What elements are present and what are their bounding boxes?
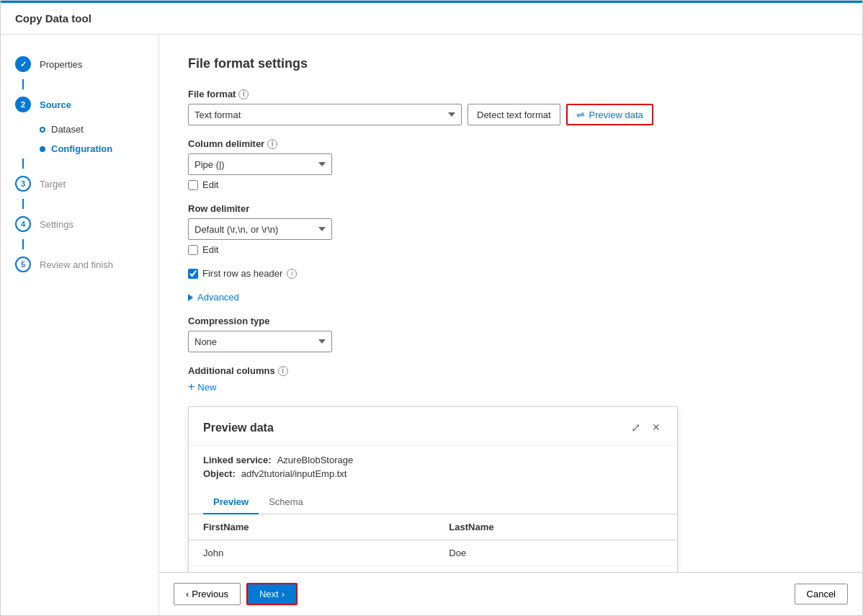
preview-panel-title: Preview data (203, 421, 274, 434)
preview-table-body: John Doe Jane Doe (189, 540, 677, 573)
linked-service-value: AzureBlobStorage (277, 455, 354, 465)
compression-type-group: Compression type None GZip BZip2 (188, 316, 833, 352)
sidebar-item-source[interactable]: 2 Source (1, 89, 158, 120)
sidebar: ✓ Properties 2 Source Dataset Configurat… (1, 35, 159, 615)
column-delimiter-edit-row: Edit (188, 179, 833, 190)
plus-icon: + (188, 380, 194, 393)
table-header-row: FirstName LastName (189, 514, 677, 540)
compression-type-label: Compression type (188, 316, 833, 326)
chevron-right-icon: › (282, 589, 285, 599)
additional-columns-group: Additional columns i + New (188, 365, 833, 393)
sidebar-label-properties: Properties (40, 59, 82, 70)
detect-text-format-button[interactable]: Detect text format (468, 104, 560, 125)
bottom-left-buttons: ‹ Previous Next › (174, 583, 298, 605)
preview-table: FirstName LastName John Doe Jane Doe (189, 514, 677, 572)
preview-tabs: Preview Schema (189, 491, 677, 514)
sidebar-label-configuration: Configuration (51, 143, 112, 154)
cell-jane-first: Jane (189, 566, 434, 573)
previous-button[interactable]: ‹ Previous (174, 583, 241, 605)
file-format-select[interactable]: Text format Binary format JSON format (188, 104, 462, 125)
column-delimiter-info-icon[interactable]: i (267, 139, 277, 149)
next-button[interactable]: Next › (246, 583, 298, 605)
advanced-triangle-icon (188, 294, 193, 301)
preview-expand-button[interactable]: ⤢ (628, 419, 643, 437)
file-format-info-icon[interactable]: i (238, 89, 249, 99)
preview-icon: ⇌ (576, 109, 585, 120)
page-title: File format settings (188, 56, 833, 71)
top-bar: Copy Data tool (1, 3, 862, 35)
sidebar-item-target[interactable]: 3 Target (1, 169, 158, 199)
object-value: adfv2tutorial/inputEmp.txt (241, 468, 347, 479)
additional-columns-info-icon[interactable]: i (278, 366, 288, 376)
sidebar-item-properties[interactable]: ✓ Properties (1, 49, 158, 79)
column-delimiter-group: Column delimiter i Pipe (|) Comma (,) Ta… (188, 138, 833, 190)
sidebar-label-source: Source (40, 99, 71, 110)
step-circle-properties: ✓ (15, 56, 31, 72)
preview-linked-service-row: Linked service: AzureBlobStorage (203, 455, 663, 465)
sidebar-item-settings[interactable]: 4 Settings (1, 209, 158, 239)
first-row-header-row: First row as header i (188, 268, 833, 279)
step-circle-review: 5 (15, 256, 31, 272)
file-format-label: File format i (188, 89, 833, 99)
step-circle-source: 2 (15, 97, 31, 112)
content-area: File format settings File format i Text … (159, 35, 862, 615)
tab-schema[interactable]: Schema (259, 491, 313, 514)
row-delimiter-select[interactable]: Default (\r,\n, or \r\n) \r\n \n \r (188, 218, 332, 240)
column-delimiter-edit-checkbox[interactable] (188, 180, 198, 190)
sidebar-label-settings: Settings (40, 219, 73, 230)
sub-dot-configuration (40, 146, 45, 152)
sidebar-sub-item-dataset[interactable]: Dataset (1, 120, 158, 139)
first-row-header-checkbox[interactable] (188, 269, 198, 279)
advanced-row[interactable]: Advanced (188, 292, 833, 303)
preview-panel: Preview data ⤢ × Linked service: AzureBl… (188, 406, 678, 572)
compression-type-select[interactable]: None GZip BZip2 (188, 331, 332, 352)
row-delimiter-label: Row delimiter (188, 203, 833, 214)
preview-object-row: Object: adfv2tutorial/inputEmp.txt (203, 468, 663, 479)
additional-columns-new-button[interactable]: + New (188, 380, 216, 393)
row-delimiter-edit-label: Edit (202, 244, 218, 255)
preview-close-button[interactable]: × (649, 419, 663, 437)
column-delimiter-edit-label: Edit (202, 179, 218, 190)
table-row: John Doe (189, 540, 677, 566)
connector-3 (22, 199, 24, 209)
sub-dot-dataset (40, 127, 45, 133)
table-row: Jane Doe (189, 566, 677, 573)
cell-jane-last: Doe (434, 566, 677, 573)
row-delimiter-edit-checkbox[interactable] (188, 245, 198, 255)
bottom-bar: ‹ Previous Next › Cancel (159, 572, 862, 615)
first-row-header-group: First row as header i (188, 268, 833, 279)
column-delimiter-select[interactable]: Pipe (|) Comma (,) Tab (\t) (188, 153, 332, 175)
additional-columns-label: Additional columns i (188, 365, 833, 376)
first-row-header-label: First row as header (202, 268, 282, 279)
content-scroll: File format settings File format i Text … (159, 35, 862, 572)
cell-john-last: Doe (434, 540, 677, 566)
connector-1 (22, 79, 24, 89)
col-header-lastname: LastName (434, 514, 677, 540)
preview-panel-controls: ⤢ × (628, 419, 663, 437)
object-label: Object: (203, 468, 236, 479)
connector-2 (22, 159, 24, 169)
tab-preview[interactable]: Preview (203, 491, 259, 514)
cell-john-first: John (189, 540, 434, 566)
row-delimiter-group: Row delimiter Default (\r,\n, or \r\n) \… (188, 203, 833, 255)
step-circle-settings: 4 (15, 216, 31, 232)
sidebar-label-target: Target (40, 179, 66, 189)
cancel-button[interactable]: Cancel (795, 584, 848, 604)
first-row-header-info-icon[interactable]: i (287, 269, 297, 279)
preview-panel-header: Preview data ⤢ × (189, 407, 677, 446)
column-delimiter-label: Column delimiter i (188, 138, 833, 149)
linked-service-label: Linked service: (203, 455, 272, 465)
file-format-row: Text format Binary format JSON format De… (188, 104, 833, 125)
step-circle-target: 3 (15, 176, 31, 192)
advanced-label: Advanced (197, 292, 239, 303)
col-header-firstname: FirstName (189, 514, 434, 540)
preview-info: Linked service: AzureBlobStorage Object:… (189, 446, 677, 491)
file-format-group: File format i Text format Binary format … (188, 89, 833, 125)
sidebar-item-review[interactable]: 5 Review and finish (1, 249, 158, 280)
row-delimiter-edit-row: Edit (188, 244, 833, 255)
sidebar-label-review: Review and finish (40, 259, 113, 270)
sidebar-sub-item-configuration[interactable]: Configuration (1, 139, 158, 159)
preview-data-button[interactable]: ⇌ Preview data (566, 104, 653, 125)
connector-4 (22, 239, 24, 249)
preview-table-header: FirstName LastName (189, 514, 677, 540)
